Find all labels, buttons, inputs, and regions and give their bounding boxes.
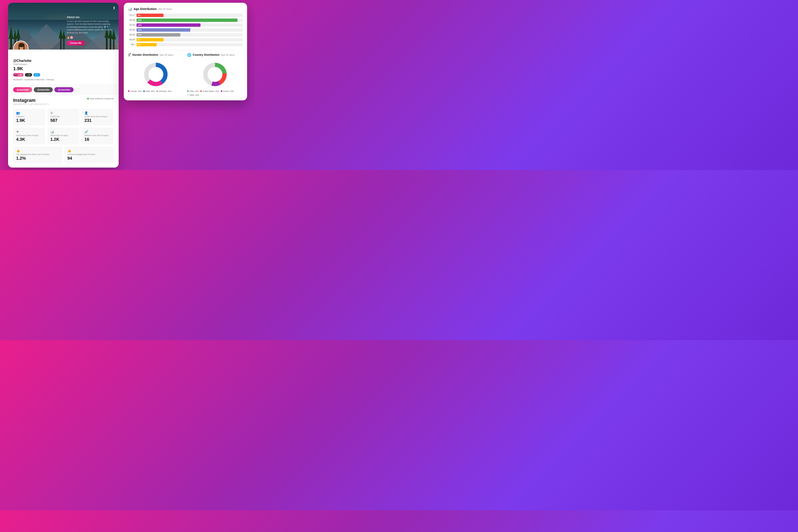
platform-name: Instagram [13, 98, 49, 103]
tab-tiktok-label: @charlotte [37, 89, 49, 91]
gender-header: ⚥ Gender Distribution (last 30 days) [128, 53, 184, 57]
profile-banner: ⬆ [8, 3, 119, 50]
france-label: France: 13% [223, 90, 234, 92]
hashtag-travel: #TRAVEL [46, 79, 54, 81]
share-icon[interactable]: ⬆ [113, 6, 116, 11]
country-legend: India: 23% United States: 19% France: 13… [187, 90, 243, 96]
tiktok-badge: ♪ 11 [25, 73, 32, 77]
country-header: 🌐 Country Distribution (last 30 days) [187, 53, 243, 57]
age-bar-fill: 30% [136, 19, 238, 22]
age-bar-row: 25-3419% [128, 23, 243, 27]
avatar-container [13, 41, 28, 50]
accounts-engaged-label: Accounts engaged (last 30 days) [68, 153, 111, 155]
age-bar-percentage: 13% [138, 34, 141, 36]
age-bar-percentage: 8% [138, 39, 140, 41]
about-section: About me I'm just a girl with a passion … [67, 16, 114, 46]
age-chart: 13-178%18-2430%25-3419%35-4416%45-5413%5… [128, 14, 243, 46]
other-label: Other: 44% [189, 94, 199, 96]
stats-grid-mid: 👁 Impressions (last 30 days) 4.3K 📊 Reac… [13, 128, 114, 145]
tab-twitter-label: @charlotte [58, 89, 70, 91]
country-donut-chart [202, 62, 228, 87]
followers-count: 1.9K [13, 66, 114, 72]
male-dot [143, 90, 145, 92]
age-range-label: 35-44 [128, 29, 135, 31]
gender-legend-unknown: Unknown: 36% [156, 90, 172, 92]
age-bar-row: 55-648% [128, 38, 243, 41]
instagram-icon: 📷 [15, 74, 17, 76]
stats-section: Instagram @CHARLOTTE · LAST UPDATED OCT … [8, 95, 119, 168]
female-dot [128, 90, 130, 92]
followers-stat-label: Followers [16, 115, 42, 118]
main-container: ⬆ [1, 0, 254, 170]
country-title: Country Distribution [193, 53, 220, 56]
stats-header: Instagram @CHARLOTTE · LAST UPDATED OCT … [13, 98, 114, 108]
age-bar-row: 35-4416% [128, 28, 243, 32]
svg-rect-27 [19, 45, 20, 50]
svg-rect-20 [63, 38, 64, 50]
us-dot [200, 90, 202, 92]
stat-engagement-rate: 👍 Avg. Engagement Rate (Last 20 posts) 1… [13, 147, 62, 163]
tab-instagram[interactable]: @charlotte [13, 87, 32, 92]
country-subtitle: (last 30 days) [221, 54, 235, 56]
age-bar-container: 19% [136, 23, 243, 27]
posts-icon: ⊙ [51, 111, 77, 115]
followers-label: Total Followers [13, 63, 114, 65]
unknown-label: Unknown: 36% [159, 90, 172, 92]
contact-button[interactable]: Contact Me [67, 41, 85, 45]
age-bar-row: 65+6% [128, 43, 243, 46]
impressions-label: Impressions (last 30 days) [16, 134, 42, 136]
twitter-icon: ✗ [35, 74, 37, 76]
verified-text: Data verified by CreatorsJet [90, 98, 114, 100]
impressions-icon: 👁 [16, 130, 42, 134]
gender-donut-chart [143, 62, 169, 87]
bottom-panels: ⚥ Gender Distribution (last 30 days) [128, 53, 243, 96]
posts-stat-label: Total Posts [51, 115, 77, 118]
country-donut-container [187, 59, 243, 89]
age-bar-fill: 16% [136, 28, 190, 32]
stat-website-clicks: 🔗 Website clicks (last 30 days) 16 [81, 128, 114, 145]
website-clicks-label: Website clicks (last 30 days) [84, 134, 111, 136]
profile-views-value: 231 [84, 118, 111, 123]
age-bar-fill: 19% [136, 23, 201, 27]
india-dot [187, 90, 189, 92]
tab-twitter[interactable]: @charlotte [54, 87, 73, 92]
svg-rect-18 [60, 38, 61, 50]
instagram-badge: 📷 1.9K [13, 73, 24, 77]
stat-profile-views: 👤 Profile views (last 30 days) 231 [81, 109, 114, 126]
handle-info: @CHARLOTTE · LAST UPDATED OCT 3 [13, 103, 49, 105]
age-bar-row: 13-178% [128, 14, 243, 17]
engagement-icon: 👍 [16, 149, 59, 152]
tab-tiktok[interactable]: @charlotte [34, 87, 53, 92]
age-bar-percentage: 16% [138, 29, 141, 31]
website-clicks-value: 16 [84, 137, 111, 142]
gender-donut-container [128, 59, 184, 89]
age-distribution-title: Age Distribution [134, 7, 157, 11]
country-legend-india: India: 23% [187, 90, 198, 92]
age-bar-percentage: 30% [138, 19, 141, 21]
us-label: United States: 19% [203, 90, 219, 92]
age-bar-container: 8% [136, 38, 243, 41]
verified-dot [87, 98, 89, 99]
tab-instagram-label: @charlotte [17, 89, 29, 91]
india-label: India: 23% [189, 90, 198, 92]
age-distribution-header: 📊 Age Distribution (last 30 days) [128, 7, 243, 11]
stats-grid-bottom: 👍 Avg. Engagement Rate (Last 20 posts) 1… [13, 147, 114, 163]
age-bar-fill: 8% [136, 38, 164, 41]
avatar-image [14, 41, 28, 50]
age-distribution-subtitle: (last 30 days) [158, 8, 172, 10]
age-range-label: 18-24 [128, 19, 135, 21]
age-range-label: 13-17 [128, 14, 135, 16]
platform-tabs: @charlotte @charlotte @charlotte [8, 84, 119, 95]
age-range-label: 55-64 [128, 38, 135, 41]
engagement-value: 1.2% [16, 156, 59, 161]
age-bar-row: 45-5413% [128, 33, 243, 37]
age-bar-container: 16% [136, 28, 243, 32]
right-panel: 📊 Age Distribution (last 30 days) 13-178… [124, 3, 247, 100]
hashtag-creator: #CONTENT CREATOR [24, 79, 44, 81]
age-range-label: 25-34 [128, 24, 135, 26]
stat-posts: ⊙ Total Posts 587 [48, 109, 79, 126]
gender-legend-female: Female: 23% [128, 90, 141, 92]
age-bar-fill: 8% [136, 14, 164, 17]
age-bar-row: 18-2430% [128, 19, 243, 22]
stat-impressions: 👁 Impressions (last 30 days) 4.3K [13, 128, 45, 145]
